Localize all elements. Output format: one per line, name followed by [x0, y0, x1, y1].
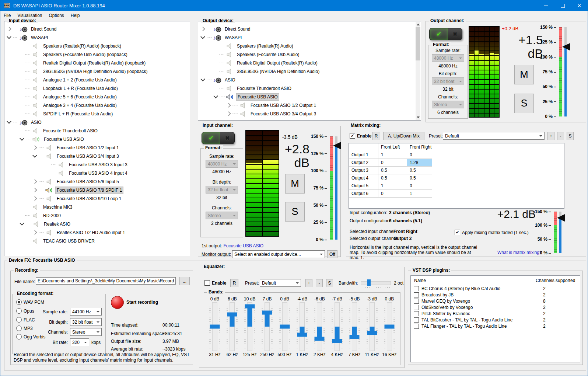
toggle-on-segment[interactable]: ✔: [430, 28, 448, 40]
slider-thumb[interactable]: [227, 313, 237, 317]
vst-plugin-row[interactable]: Pitch-Shifter by Braindoc2: [411, 310, 580, 317]
matrix-cell[interactable]: 1: [378, 151, 407, 159]
tree-item[interactable]: Speakers (Realtek(R) Audio) (loopback): [4, 42, 190, 50]
tree-item[interactable]: Focusrite Thunderbolt ASIO: [4, 126, 190, 135]
eq-remove-preset-button[interactable]: -: [316, 279, 323, 287]
fader-pointer-handle[interactable]: [562, 43, 570, 51]
eq-preset-select[interactable]: Default: [260, 279, 301, 287]
tree-item[interactable]: Focusrite USB ASIO 4 Input 4: [4, 169, 190, 177]
vst-plugin-row[interactable]: TAL BitCrusher - TAL by TAL - Togu Audio…: [411, 317, 580, 323]
chevron-expanded-icon[interactable]: [32, 153, 37, 158]
matrix-volume-fader[interactable]: 150 %100 %50 %0 %: [534, 212, 584, 253]
chevron-collapsed-icon[interactable]: [32, 179, 37, 184]
input-mute-button[interactable]: M: [285, 174, 305, 194]
matrix-save-preset-button[interactable]: S: [567, 132, 574, 140]
plugin-checkbox[interactable]: [414, 292, 419, 297]
eq-band-slider[interactable]: [313, 302, 326, 351]
tree-item[interactable]: Focusrite USB ASIO: [198, 93, 416, 101]
matrix-cell[interactable]: 0.5: [407, 167, 432, 174]
chevron-expanded-icon[interactable]: [200, 34, 205, 39]
record-icon[interactable]: [111, 296, 124, 309]
channels-select[interactable]: Stereo: [432, 101, 464, 108]
matrix-cell[interactable]: 1: [407, 190, 432, 198]
monitor-output-select[interactable]: Select an enabled output device...: [232, 250, 325, 258]
chevron-expanded-icon[interactable]: [213, 94, 218, 98]
chevron-expanded-icon[interactable]: [20, 136, 24, 141]
tree-item[interactable]: Focusrite USB ASIO 1/2 Input 1: [4, 143, 190, 152]
matrix-cell[interactable]: 1: [378, 182, 407, 190]
chevron-expanded-icon[interactable]: [7, 119, 11, 124]
slider-thumb[interactable]: [384, 325, 394, 329]
eq-enable-checkbox[interactable]: [204, 280, 210, 286]
eq-band-slider[interactable]: [296, 302, 308, 351]
slider-thumb[interactable]: [297, 333, 307, 337]
matrix-cell[interactable]: 0: [378, 159, 407, 167]
tree-item[interactable]: 38GL950G (NVIDIA High Definition Audio) …: [4, 67, 190, 76]
toggle-on-segment[interactable]: ✔: [202, 132, 220, 144]
browse-button[interactable]: ...: [179, 277, 190, 285]
chevron-collapsed-icon[interactable]: [226, 111, 231, 116]
eq-band-slider[interactable]: [331, 302, 343, 351]
vst-plugin-row[interactable]: TAL Flanger - TAL by TAL - Togu Audio Li…: [411, 323, 580, 329]
output-volume-fader[interactable]: 150 %125 %100 %75 %50 %25 %0 %: [539, 27, 584, 116]
plugin-checkbox[interactable]: [414, 305, 419, 310]
tree-item[interactable]: TEAC ASIO USB DRIVER: [4, 237, 190, 245]
plugin-checkbox[interactable]: [414, 311, 419, 316]
scroll-down-icon[interactable]: [416, 115, 420, 120]
menu-item-options[interactable]: Options: [46, 12, 67, 19]
slider-thumb[interactable]: [367, 279, 371, 286]
plugin-checkbox[interactable]: [414, 317, 419, 323]
tree-item[interactable]: ♪WASAPI: [198, 33, 416, 42]
tree-item[interactable]: S/PDIF L + R (Focusrite Usb Audio): [4, 109, 190, 118]
rec-bit-rate-select[interactable]: 320: [70, 338, 89, 346]
matrix-cell[interactable]: 0.5: [378, 167, 407, 174]
matrix-add-preset-button[interactable]: +: [547, 132, 554, 140]
menu-item-help[interactable]: Help: [67, 12, 83, 19]
radio-opus[interactable]: [16, 308, 22, 314]
output-tree-scrollbar[interactable]: [416, 22, 420, 120]
sample-rate-select[interactable]: 48000 Hz: [206, 160, 238, 168]
plugin-checkbox[interactable]: [414, 299, 419, 304]
eq-band-slider[interactable]: [383, 302, 396, 351]
chevron-collapsed-icon[interactable]: [32, 188, 37, 192]
slider-thumb[interactable]: [350, 335, 360, 339]
tree-item[interactable]: Realtek Digital Output (Realtek(R) Audio…: [198, 59, 416, 67]
file-name-input[interactable]: [36, 277, 176, 285]
matrix-enable-checkbox[interactable]: ✔: [350, 133, 355, 139]
plugin-checkbox[interactable]: [414, 286, 419, 291]
channels-select[interactable]: Stereo: [206, 212, 238, 219]
eq-add-preset-button[interactable]: +: [305, 279, 312, 287]
matrix-cell[interactable]: Output 5: [349, 182, 378, 190]
input-channel-enable-toggle[interactable]: ✔ ✖: [202, 132, 235, 144]
fader-pointer-handle[interactable]: [557, 214, 565, 222]
maximize-button[interactable]: [554, 0, 571, 11]
tree-item[interactable]: RD-2000: [4, 211, 190, 220]
matrix-cell[interactable]: 1.28: [407, 159, 432, 167]
plugin-checkbox[interactable]: [414, 324, 419, 329]
output-channel-enable-toggle[interactable]: ✔ ✖: [429, 28, 462, 40]
tree-item[interactable]: Speakers (Focusrite Usb Audio): [198, 50, 416, 59]
sample-rate-select[interactable]: 48000 Hz: [432, 54, 464, 62]
tree-item[interactable]: Analogue 5 + 6 (Focusrite Usb Audio): [4, 93, 190, 101]
radio-mp3[interactable]: [16, 325, 22, 331]
eq-band-slider[interactable]: [209, 302, 221, 351]
matrix-cell[interactable]: Output 3: [349, 167, 378, 174]
minimize-button[interactable]: [538, 0, 554, 11]
eq-band-slider[interactable]: [244, 302, 256, 351]
slider-thumb[interactable]: [210, 325, 220, 329]
tree-item[interactable]: Focusrite USB ASIO 1/2 Output 1: [198, 101, 416, 109]
tree-item[interactable]: ♪ASIO: [4, 118, 190, 126]
eq-band-slider[interactable]: [348, 302, 361, 351]
tree-item[interactable]: Focusrite USB ASIO 5/6 Input 5: [4, 177, 190, 186]
slider-thumb[interactable]: [262, 310, 272, 314]
tree-item[interactable]: Speakers (Focusrite Usb Audio) (loopback…: [4, 50, 190, 59]
toggle-off-segment[interactable]: ✖: [220, 132, 234, 144]
tree-item[interactable]: Focusrite USB ASIO 9/10 Loop 1: [4, 194, 190, 203]
eq-reset-button[interactable]: R: [230, 279, 238, 287]
tree-item[interactable]: Speakers (Realtek(R) Audio): [198, 42, 416, 50]
tree-item[interactable]: Realtek ASIO: [4, 220, 190, 228]
chevron-collapsed-icon[interactable]: [32, 230, 37, 235]
tree-item[interactable]: Focusrite USB ASIO 7/8 SPDIF 1: [4, 186, 190, 194]
vst-plugin-row[interactable]: Marvel GEQ by Voxengo8: [411, 298, 580, 304]
eq-band-slider[interactable]: [366, 302, 378, 351]
